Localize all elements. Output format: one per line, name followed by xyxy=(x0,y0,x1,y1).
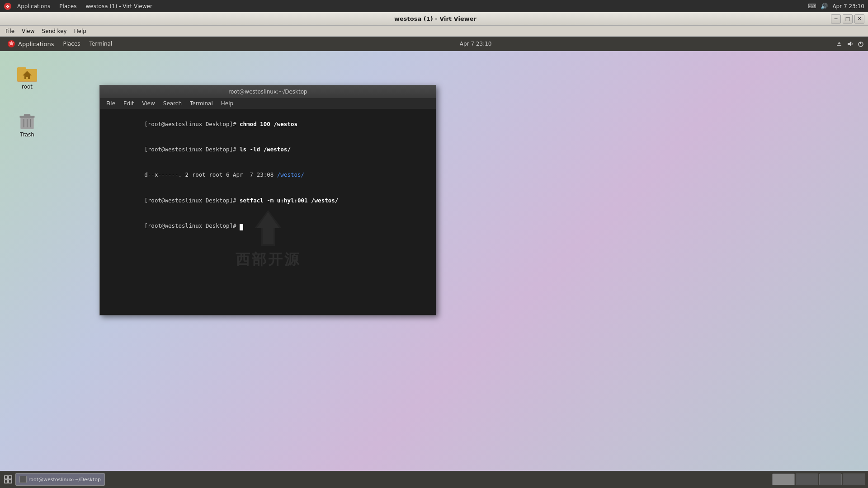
guest-taskbar: root@westoslinux:~/Desktop xyxy=(0,471,868,488)
taskbar-right-btn-3[interactable] xyxy=(819,474,842,485)
term-menu-file[interactable]: File xyxy=(103,99,119,108)
term-menu-edit[interactable]: Edit xyxy=(120,99,137,108)
host-places-label[interactable]: Places xyxy=(59,3,76,9)
guest-applications-menu[interactable]: Applications xyxy=(4,39,57,49)
svg-rect-16 xyxy=(24,114,31,117)
terminal-window[interactable]: root@westoslinux:~/Desktop File Edit Vie… xyxy=(99,85,436,315)
watermark-text: 西部开源 xyxy=(236,250,301,270)
term-line-2: [root@westoslinux Desktop]# ls -ld /west… xyxy=(104,137,432,162)
taskbar-right-btn-1[interactable] xyxy=(772,474,795,485)
taskbar-right-btn-2[interactable] xyxy=(796,474,818,485)
host-apps-icon: ❖ xyxy=(4,2,12,10)
minimize-button[interactable]: ─ xyxy=(831,14,841,23)
guest-terminal-label[interactable]: Terminal xyxy=(86,40,116,48)
terminal-cursor xyxy=(240,224,243,230)
menu-view[interactable]: View xyxy=(18,27,38,35)
virt-titlebar: westosa (1) - Virt Viewer ─ □ ✕ xyxy=(0,12,868,26)
host-topbar: ❖ Applications Places westosa (1) - Virt… xyxy=(0,0,868,12)
guest-datetime: Apr 7 23:10 xyxy=(460,41,492,47)
host-topbar-left: ❖ Applications Places westosa (1) - Virt… xyxy=(4,2,152,10)
guest-desktop: root Trash xyxy=(0,51,868,471)
svg-marker-7 xyxy=(848,42,851,46)
guest-area: Applications Places Terminal Apr 7 23:10 xyxy=(0,37,868,488)
svg-rect-25 xyxy=(9,480,12,483)
folder-icon xyxy=(16,62,38,84)
term-menu-view[interactable]: View xyxy=(138,99,158,108)
host-applications-label[interactable]: Applications xyxy=(17,3,50,9)
guest-applications-label: Applications xyxy=(18,41,54,47)
svg-rect-24 xyxy=(5,480,8,483)
host-window-title: westosa (1) - Virt Viewer xyxy=(85,3,152,9)
host-datetime: Apr 7 23:10 xyxy=(832,3,864,9)
terminal-menubar: File Edit View Search Terminal Help xyxy=(100,98,436,109)
host-topbar-right: ⌨ 🔊 Apr 7 23:10 xyxy=(808,3,864,9)
guest-volume-icon xyxy=(846,40,854,47)
virt-titlebar-controls: ─ □ ✕ xyxy=(831,14,864,23)
desktop-icon-root-label: root xyxy=(22,84,33,90)
taskbar-right-btn-4[interactable] xyxy=(843,474,865,485)
taskbar-expand-icon[interactable] xyxy=(3,474,14,485)
desktop-icon-trash-label: Trash xyxy=(20,131,34,138)
taskbar-terminal-icon xyxy=(19,476,27,483)
svg-rect-5 xyxy=(838,43,840,44)
svg-rect-23 xyxy=(9,476,12,479)
menu-help[interactable]: Help xyxy=(71,27,90,35)
menu-file[interactable]: File xyxy=(2,27,18,35)
term-line-4: [root@westoslinux Desktop]# setfacl -m u… xyxy=(104,188,432,213)
desktop-icon-trash[interactable]: Trash xyxy=(9,110,45,140)
host-volume-icon: 🔊 xyxy=(821,3,828,9)
svg-rect-4 xyxy=(837,45,841,46)
taskbar-terminal-label: root@westoslinux:~/Desktop xyxy=(28,477,101,483)
taskbar-item-terminal[interactable]: root@westoslinux:~/Desktop xyxy=(15,473,105,486)
guest-power-icon xyxy=(857,40,864,47)
term-menu-terminal[interactable]: Terminal xyxy=(186,99,217,108)
term-line-3: d--x------. 2 root root 6 Apr 7 23:08 /w… xyxy=(104,163,432,188)
guest-network-icon xyxy=(835,40,843,47)
virt-viewer-window: westosa (1) - Virt Viewer ─ □ ✕ File Vie… xyxy=(0,12,868,488)
desktop-icon-root[interactable]: root xyxy=(9,60,45,92)
guest-topbar: Applications Places Terminal Apr 7 23:10 xyxy=(0,37,868,51)
terminal-body[interactable]: [root@westoslinux Desktop]# chmod 100 /w… xyxy=(100,109,436,315)
guest-topbar-left: Applications Places Terminal xyxy=(4,39,116,49)
menu-send-key[interactable]: Send key xyxy=(38,27,71,35)
virt-titlebar-title: westosa (1) - Virt Viewer xyxy=(40,15,831,22)
term-menu-help[interactable]: Help xyxy=(217,99,237,108)
virt-menubar: File View Send key Help xyxy=(0,26,868,37)
term-menu-search[interactable]: Search xyxy=(160,99,185,108)
svg-rect-6 xyxy=(839,42,840,43)
taskbar-right-buttons xyxy=(772,474,865,485)
term-line-1: [root@westoslinux Desktop]# chmod 100 /w… xyxy=(104,112,432,137)
svg-text:❖: ❖ xyxy=(6,4,10,9)
term-line-5: [root@westoslinux Desktop]# xyxy=(104,213,432,239)
maximize-button[interactable]: □ xyxy=(843,14,853,23)
terminal-title: root@westoslinux:~/Desktop xyxy=(100,89,436,95)
guest-places-label[interactable]: Places xyxy=(59,40,84,48)
guest-apps-icon xyxy=(7,40,15,48)
svg-rect-22 xyxy=(5,476,8,479)
trash-icon xyxy=(17,112,37,131)
guest-topbar-right xyxy=(835,40,864,47)
close-button[interactable]: ✕ xyxy=(854,14,864,23)
terminal-titlebar: root@westoslinux:~/Desktop xyxy=(100,85,436,98)
host-keyboard-icon: ⌨ xyxy=(808,3,816,9)
